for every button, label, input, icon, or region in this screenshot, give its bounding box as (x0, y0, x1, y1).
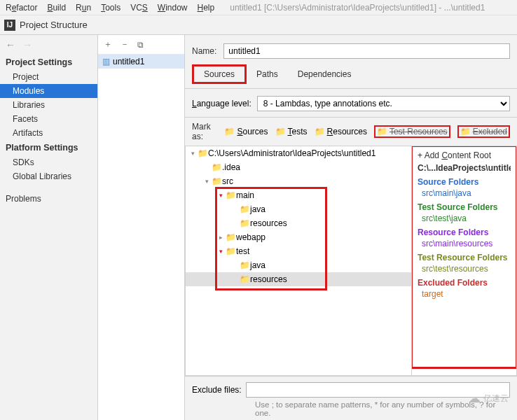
sidebar-item-global-libraries[interactable]: Global Libraries (0, 169, 97, 183)
tree-node[interactable]: 📁resources (186, 216, 411, 230)
name-input[interactable] (223, 43, 510, 59)
mark-excluded-button[interactable]: 📁Excluded (457, 125, 510, 138)
mark-resources-button[interactable]: 📁Resources (315, 127, 367, 136)
sidebar-item-sdks[interactable]: SDKs (0, 155, 97, 169)
name-label: Name: (192, 46, 216, 56)
sidebar-item-facets[interactable]: Facets (0, 112, 97, 126)
module-editor: Name: Sources Paths Dependencies Languag… (185, 35, 517, 420)
folder-icon: 📁 (377, 127, 387, 136)
source-folders-header: Source Folders (418, 177, 511, 187)
language-level-select[interactable]: 8 - Lambdas, type annotations etc. (257, 96, 510, 111)
copy-module-icon[interactable]: ⧉ (137, 40, 144, 50)
remove-module-icon[interactable]: － (120, 38, 129, 50)
module-icon: ▥ (102, 57, 110, 66)
folder-icon: 📁 (460, 127, 471, 136)
folder-icon: 📁 (211, 162, 222, 172)
sidebar-header-platform: Platform Settings (0, 140, 97, 155)
tree-node-selected[interactable]: 📁resources (186, 272, 411, 286)
mark-sources-button[interactable]: 📁Sources (224, 127, 268, 136)
menu-tools[interactable]: Tools (97, 1, 125, 14)
sidebar-item-problems[interactable]: Problems (0, 192, 97, 206)
test-resource-folders-header: Test Resource Folders (418, 253, 511, 262)
sidebar-item-modules[interactable]: Modules (0, 84, 97, 98)
exclude-files-label: Exclude files: (192, 385, 242, 395)
folder-icon: 📁 (225, 232, 236, 242)
test-source-folder-item[interactable]: src\test\java (422, 214, 511, 223)
folder-icon: 📁 (197, 148, 208, 158)
back-icon[interactable]: ← (6, 39, 15, 50)
tree-node[interactable]: 📁java (186, 202, 411, 216)
resource-folders-header: Resource Folders (418, 227, 511, 237)
mark-tests-button[interactable]: 📁Tests (275, 127, 308, 136)
language-level-label: Language level: (192, 99, 251, 108)
folder-icon: 📁 (239, 260, 250, 270)
settings-sidebar: ← → Project Settings Project Modules Lib… (0, 35, 98, 420)
intellij-icon: IJ (4, 20, 15, 31)
forward-icon[interactable]: → (22, 39, 32, 50)
content-root-path[interactable]: C:\...IdeaProjects\untitled1 (418, 163, 511, 173)
folder-tree[interactable]: ▾📁C:\Users\Administrator\IdeaProjects\un… (185, 146, 412, 376)
resource-folder-item[interactable]: src\main\resources (422, 239, 511, 248)
source-folder-item[interactable]: src\main\java (422, 188, 511, 198)
module-list-toolbar: ＋ － ⧉ (98, 35, 184, 55)
menu-help[interactable]: Help (193, 1, 219, 14)
add-content-root-button[interactable]: + Add Content Root (418, 150, 511, 160)
exclude-files-input[interactable] (246, 382, 510, 398)
folder-icon: 📁 (224, 127, 235, 136)
mark-test-resources-button[interactable]: 📁Test Resources (374, 125, 450, 138)
folder-icon: 📁 (225, 190, 236, 200)
app-menubar: Refactor Build Run Tools VCS Window Help… (0, 0, 517, 15)
add-module-icon[interactable]: ＋ (104, 38, 112, 50)
mark-as-toolbar: Mark as: 📁Sources 📁Tests 📁Resources 📁Tes… (185, 118, 517, 146)
tree-node[interactable]: 📁.idea (186, 160, 411, 174)
sidebar-item-artifacts[interactable]: Artifacts (0, 126, 97, 140)
mark-as-label: Mark as: (192, 122, 217, 141)
tree-node[interactable]: 📁java (186, 258, 411, 272)
sidebar-nav: ← → (0, 35, 97, 55)
tree-node[interactable]: ▾📁src (186, 174, 411, 188)
excluded-folder-item[interactable]: target (422, 289, 511, 299)
test-source-folders-header: Test Source Folders (418, 202, 511, 212)
sidebar-item-libraries[interactable]: Libraries (0, 98, 97, 112)
excluded-folders-header: Excluded Folders (418, 278, 511, 288)
test-resource-folder-item[interactable]: src\test\resources (422, 264, 511, 274)
module-item-label: untitled1 (113, 57, 144, 66)
folder-icon: 📁 (239, 274, 250, 284)
menu-window[interactable]: Window (153, 1, 192, 14)
folder-icon: 📁 (315, 127, 325, 136)
dialog-title: Project Structure (20, 20, 88, 30)
tree-node[interactable]: ▾📁main (186, 188, 411, 202)
folder-icon: 📁 (275, 127, 286, 136)
sidebar-item-project[interactable]: Project (0, 70, 97, 84)
folder-icon: 📁 (239, 204, 250, 214)
exclude-files-hint: Use ; to separate name patterns, * for a… (192, 398, 510, 417)
menu-refactor[interactable]: Refactor (1, 1, 41, 14)
exclude-files-section: Exclude files: Use ; to separate name pa… (185, 376, 517, 420)
tab-sources[interactable]: Sources (192, 64, 247, 84)
menu-build[interactable]: Build (43, 1, 70, 14)
module-list-panel: ＋ － ⧉ ▥ untitled1 (98, 35, 185, 420)
tree-node[interactable]: ▸📁webapp (186, 230, 411, 244)
tab-dependencies[interactable]: Dependencies (288, 64, 361, 84)
folder-icon: 📁 (225, 246, 236, 256)
tab-paths[interactable]: Paths (247, 64, 288, 84)
tree-node[interactable]: ▾📁test (186, 244, 411, 258)
module-item[interactable]: ▥ untitled1 (98, 55, 184, 69)
app-window-title: untitled1 [C:\Users\Administrator\IdeaPr… (226, 1, 489, 14)
menu-run[interactable]: Run (71, 1, 95, 14)
tree-root[interactable]: ▾📁C:\Users\Administrator\IdeaProjects\un… (186, 146, 411, 160)
menu-vcs[interactable]: VCS (126, 1, 152, 14)
folder-icon: 📁 (211, 176, 222, 186)
module-tabs: Sources Paths Dependencies (185, 64, 517, 84)
folder-icon: 📁 (239, 218, 250, 228)
sidebar-header-project: Project Settings (0, 55, 97, 70)
dialog-titlebar: IJ Project Structure (0, 15, 517, 35)
content-roots-panel: + Add Content Root C:\...IdeaProjects\un… (412, 146, 517, 376)
